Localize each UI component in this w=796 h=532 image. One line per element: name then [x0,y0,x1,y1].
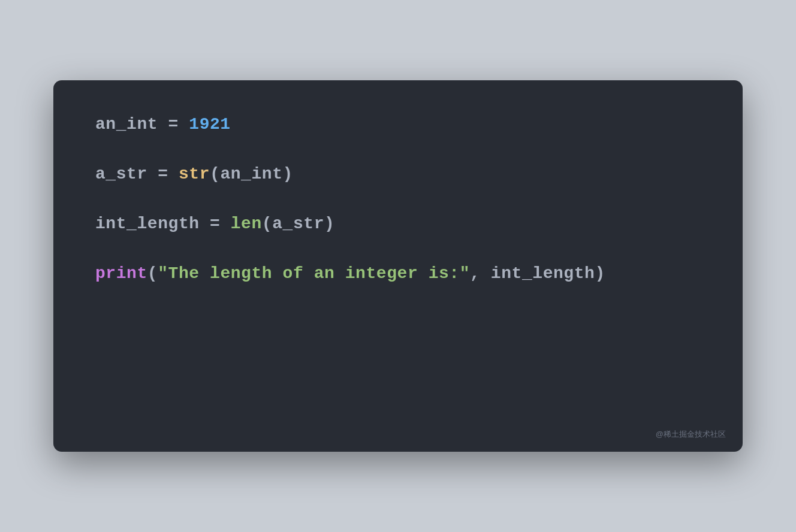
var-an-int: an_int [95,115,158,134]
value-1921: 1921 [189,115,230,134]
func-len: len [231,214,262,233]
eq-2: = [147,165,179,183]
string-arg: "The length of an integer is:" [158,264,470,283]
watermark: @稀土掘金技术社区 [656,429,726,440]
paren-open-3: ( [262,214,272,233]
code-line-3: int_length = len(a_str) [95,216,701,232]
eq-1: = [158,115,189,134]
eq-3: = [200,214,231,233]
paren-close-4: ) [595,264,605,283]
code-line-2: a_str = str(an_int) [95,166,701,183]
arg-a-str-3: a_str [272,214,324,233]
paren-close-2: ) [283,165,293,183]
arg-an-int-2: an_int [220,165,282,183]
code-window: an_int = 1921 a_str = str(an_int) int_le… [53,80,743,452]
arg-int-length-4: int_length [491,264,595,283]
var-a-str: a_str [95,165,147,183]
func-str: str [179,165,210,183]
paren-close-3: ) [324,214,334,233]
code-line-1: an_int = 1921 [95,116,701,133]
func-print: print [95,264,147,283]
paren-open-4: ( [147,264,158,283]
code-line-4: print("The length of an integer is:", in… [95,265,701,282]
paren-open-2: ( [210,165,220,183]
comma-4: , [470,264,491,283]
code-block: an_int = 1921 a_str = str(an_int) int_le… [95,116,701,282]
var-int-length: int_length [95,214,200,233]
